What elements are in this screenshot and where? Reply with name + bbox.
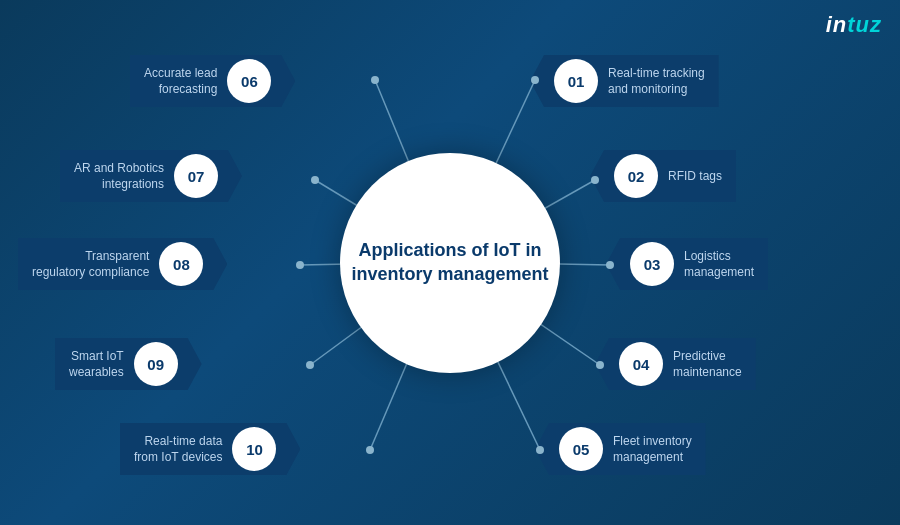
node-02-label: RFID tags <box>668 168 722 184</box>
logo-text: in <box>826 12 848 37</box>
node-03-label: Logisticsmanagement <box>684 248 754 280</box>
node-04-badge: 04 <box>619 342 663 386</box>
node-07-badge: 07 <box>174 154 218 198</box>
node-04: 04 Predictivemaintenance <box>595 338 756 390</box>
node-02: 02 RFID tags <box>590 150 736 202</box>
node-08: Transparentregulatory compliance 08 <box>18 238 227 290</box>
center-circle: Applications of IoT in inventory managem… <box>340 153 560 373</box>
svg-point-11 <box>311 176 319 184</box>
node-06: Accurate leadforecasting 06 <box>130 55 295 107</box>
node-03: 03 Logisticsmanagement <box>606 238 768 290</box>
svg-point-14 <box>366 446 374 454</box>
node-06-label: Accurate leadforecasting <box>144 65 217 97</box>
svg-point-10 <box>371 76 379 84</box>
svg-point-12 <box>296 261 304 269</box>
node-08-badge: 08 <box>159 242 203 286</box>
node-10-label: Real-time datafrom IoT devices <box>134 433 222 465</box>
svg-point-13 <box>306 361 314 369</box>
logo: intuz <box>826 12 882 38</box>
node-01: 01 Real-time trackingand monitoring <box>530 55 719 107</box>
node-09-label: Smart IoTwearables <box>69 348 124 380</box>
node-05-badge: 05 <box>559 427 603 471</box>
node-03-badge: 03 <box>630 242 674 286</box>
center-title: Applications of IoT in inventory managem… <box>340 229 560 296</box>
node-08-label: Transparentregulatory compliance <box>32 248 149 280</box>
node-07: AR and Roboticsintegrations 07 <box>60 150 242 202</box>
node-05-label: Fleet inventorymanagement <box>613 433 692 465</box>
node-01-badge: 01 <box>554 59 598 103</box>
node-10-badge: 10 <box>232 427 276 471</box>
node-01-label: Real-time trackingand monitoring <box>608 65 705 97</box>
node-09-badge: 09 <box>134 342 178 386</box>
node-02-badge: 02 <box>614 154 658 198</box>
node-07-label: AR and Roboticsintegrations <box>74 160 164 192</box>
node-10: Real-time datafrom IoT devices 10 <box>120 423 300 475</box>
node-09: Smart IoTwearables 09 <box>55 338 202 390</box>
node-06-badge: 06 <box>227 59 271 103</box>
node-04-label: Predictivemaintenance <box>673 348 742 380</box>
node-05: 05 Fleet inventorymanagement <box>535 423 706 475</box>
logo-accent: tuz <box>847 12 882 37</box>
